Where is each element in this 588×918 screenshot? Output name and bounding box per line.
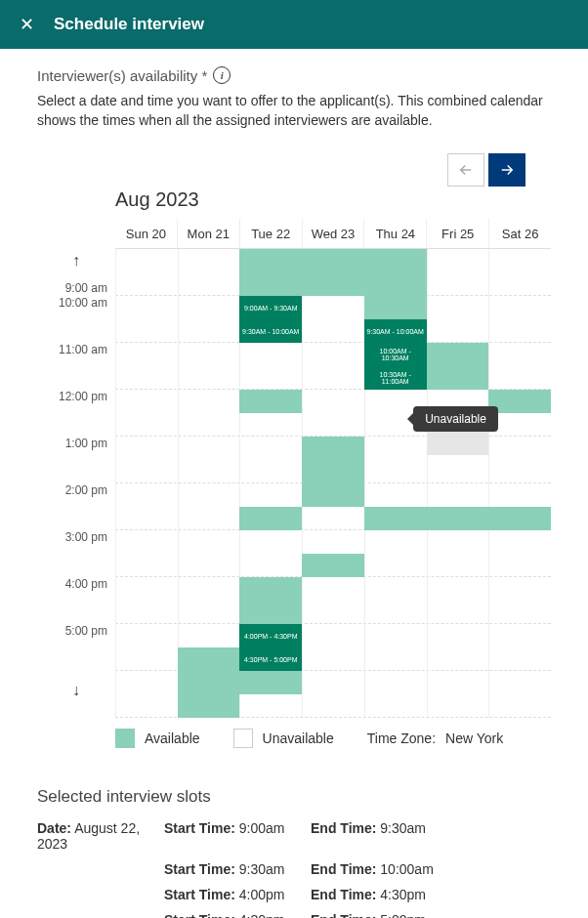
selected-slots-table: Date: August 22, 2023Start Time: 9:00amE… <box>37 820 551 918</box>
selected-slot[interactable]: 4:30PM - 5:00PM <box>239 647 302 671</box>
date-label: Date: <box>37 820 71 836</box>
modal-title: Schedule interview <box>54 15 204 34</box>
day-header: Sun 20 <box>115 219 177 248</box>
selected-slot-row: Start Time: 4:30pmEnd Time: 5:00pm <box>37 912 551 918</box>
end-time-value: 4:30pm <box>380 887 426 902</box>
selected-slot[interactable]: 4:00PM - 4:30PM <box>239 624 302 647</box>
availability-description: Select a date and time you want to offer… <box>37 92 551 130</box>
end-time-value: 10:00am <box>380 861 433 877</box>
selected-slot[interactable]: 10:30AM - 11:00AM <box>364 366 427 390</box>
selected-slot[interactable]: 9:30AM - 10:00AM <box>239 319 302 343</box>
start-time-value: 9:30am <box>239 861 285 877</box>
day-header: Fri 25 <box>426 219 488 248</box>
calendar-nav <box>37 153 551 187</box>
start-time-value: 4:00pm <box>239 887 285 902</box>
time-label: 11:00 am <box>37 326 115 373</box>
selected-slots-title: Selected interview slots <box>37 787 551 807</box>
selected-slot[interactable]: 9:00AM - 9:30AM <box>239 296 302 319</box>
calendar-grid: ↑ 9:00 am10:00 am11:00 am12:00 pm1:00 pm… <box>37 219 551 717</box>
time-label: 12:00 pm <box>37 373 115 420</box>
end-time-label: End Time: <box>311 887 376 902</box>
modal-header: ✕ Schedule interview <box>0 0 588 49</box>
legend-unavailable-label: Unavailable <box>263 730 334 746</box>
time-label: 10:00 am <box>37 279 115 326</box>
available-slot[interactable] <box>427 343 489 390</box>
available-slot[interactable] <box>364 507 427 530</box>
selected-slot-row: Date: August 22, 2023Start Time: 9:00amE… <box>37 820 551 852</box>
start-time-label: Start Time: <box>164 887 235 902</box>
selected-slot-row: Start Time: 9:30amEnd Time: 10:00am <box>37 861 551 877</box>
start-time-label: Start Time: <box>164 861 235 877</box>
time-column: ↑ 9:00 am10:00 am11:00 am12:00 pm1:00 pm… <box>37 219 115 717</box>
time-label: 4:00 pm <box>37 561 115 607</box>
day-header: Tue 22 <box>239 219 302 248</box>
selected-slots-section: Selected interview slots Date: August 22… <box>37 787 551 918</box>
start-time-value: 4:30pm <box>239 912 285 918</box>
legend-available-box <box>115 729 135 748</box>
legend: Available Unavailable Time Zone: New Yor… <box>115 729 551 748</box>
legend-timezone-label: Time Zone: <box>367 730 436 746</box>
start-time-label: Start Time: <box>164 820 235 836</box>
availability-grid[interactable]: 9:00AM - 9:30AM9:30AM - 10:00AM9:30AM - … <box>115 248 551 717</box>
tooltip: Unavailable <box>413 406 498 432</box>
available-slot[interactable] <box>302 249 364 296</box>
time-label: 5:00 pm <box>37 607 115 654</box>
close-icon[interactable]: ✕ <box>20 14 34 35</box>
available-slot[interactable] <box>239 390 302 413</box>
modal-content: Interviewer(s) availability * i Select a… <box>0 49 588 918</box>
info-icon[interactable]: i <box>213 66 231 84</box>
selected-slot[interactable]: 10:00AM - 10:30AM <box>364 343 427 366</box>
day-header: Mon 21 <box>177 219 239 248</box>
available-slot[interactable] <box>488 507 551 530</box>
day-header: Wed 23 <box>302 219 364 248</box>
end-time-label: End Time: <box>311 820 376 836</box>
selected-slot-row: Start Time: 4:00pmEnd Time: 4:30pm <box>37 887 551 902</box>
day-header: Thu 24 <box>363 219 426 248</box>
selected-slot[interactable]: 9:30AM - 10:00AM <box>364 319 427 343</box>
time-label: 3:00 pm <box>37 514 115 561</box>
next-week-button[interactable] <box>488 153 525 187</box>
available-slot[interactable] <box>178 647 240 718</box>
scroll-down-icon[interactable]: ↓ <box>37 678 115 703</box>
prev-week-button[interactable] <box>447 153 484 187</box>
day-headers: Sun 20Mon 21Tue 22Wed 23Thu 24Fri 25Sat … <box>115 219 551 248</box>
availability-header: Interviewer(s) availability * i <box>37 66 551 84</box>
end-time-label: End Time: <box>311 912 376 918</box>
end-time-value: 5:00pm <box>380 912 426 918</box>
day-header: Sat 26 <box>488 219 551 248</box>
available-slot[interactable] <box>427 507 489 530</box>
start-time-value: 9:00am <box>239 820 285 836</box>
legend-timezone-value: New York <box>445 730 503 746</box>
time-label: 2:00 pm <box>37 467 115 514</box>
legend-available-label: Available <box>145 730 200 746</box>
available-slot[interactable] <box>302 437 364 507</box>
legend-unavailable-box <box>233 729 253 748</box>
end-time-value: 9:30am <box>380 820 426 836</box>
start-time-label: Start Time: <box>164 912 235 918</box>
time-label: 1:00 pm <box>37 420 115 467</box>
end-time-label: End Time: <box>311 861 376 877</box>
availability-label: Interviewer(s) availability * <box>37 67 207 84</box>
scroll-up-icon[interactable]: ↑ <box>37 248 115 273</box>
month-label: Aug 2023 <box>115 188 551 211</box>
available-slot[interactable] <box>239 507 302 530</box>
available-slot[interactable] <box>302 554 364 577</box>
